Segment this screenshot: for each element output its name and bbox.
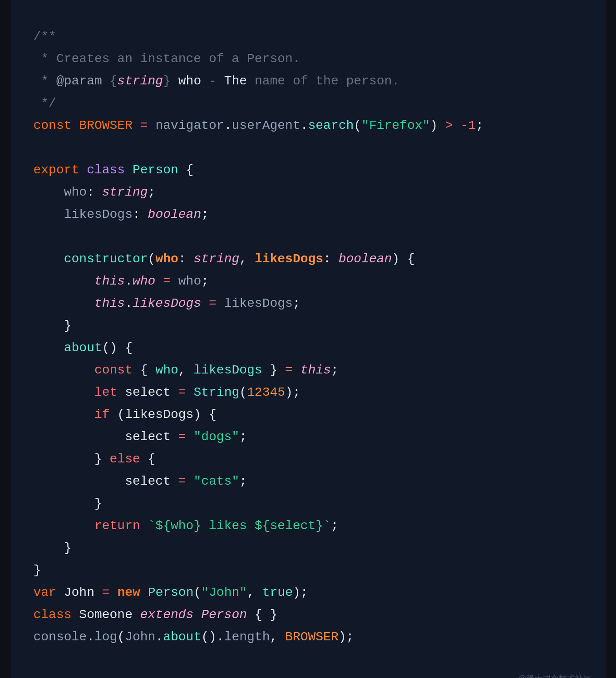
code-container: /** * Creates an instance of a Person. *… bbox=[11, 0, 606, 678]
code-block: /** * Creates an instance of a Person. *… bbox=[34, 3, 583, 670]
watermark: @稀土掘金技术社区 bbox=[518, 673, 591, 678]
